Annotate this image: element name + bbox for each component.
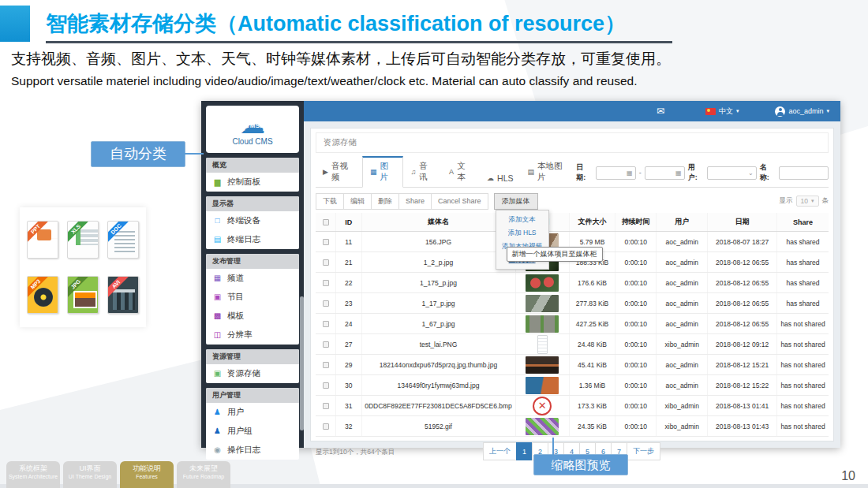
tab-image[interactable]: ▦图片 [362,156,403,188]
toolbar-button[interactable]: Share [398,193,432,210]
filter-bar: 日期: ▦ - ▦ 用户: ⌄ 名称: [576,162,829,187]
sidebar-item-user-group[interactable]: ♟用户组 [206,422,299,441]
cell-duration: 0:00:10 [615,334,657,354]
row-checkbox[interactable] [323,300,329,307]
column-header: 媒体名 [362,213,516,231]
language-selector[interactable]: 中文 ▾ [705,106,739,117]
row-checkbox[interactable] [323,341,329,348]
column-header: ID [336,213,362,231]
envelope-icon[interactable]: ✉ [657,106,664,117]
username-label: aoc_admin [788,107,823,115]
per-page-select[interactable]: 10▾ [796,196,819,207]
row-checkbox-cell [316,416,336,436]
media-tabs: ▶音视频▦图片♫音讯A文本☁HLS▤本地图片 日期: ▦ - ▦ 用户: ⌄ 名… [316,156,829,188]
date-filter-label: 日期: [576,162,593,183]
bottom-tab-2[interactable]: UI界面UI Theme Design [63,461,117,488]
eye-icon: ◉ [213,446,222,454]
sidebar-item-template[interactable]: ▩模板 [206,307,299,326]
user-filter-select[interactable]: ⌄ [707,166,757,180]
sidebar-item-dashboard-chart[interactable]: ▆控制面板 [206,173,299,192]
sidebar-item-eye[interactable]: ◉操作日志 [206,441,299,460]
sidebar-item-program[interactable]: ▣节目 [206,288,299,307]
cms-screenshot: ☁CMS Cloud CMS 概览▆控制面板显示器□终端设备▤终端日志发布管理▦… [201,101,840,448]
channel-icon: ▦ [213,274,222,282]
cell-id: 22 [336,273,362,292]
bottom-tab-en: Features [120,473,174,481]
table-row[interactable]: 241_67_p.jpg427.25 KiB0:00:10aoc_admin20… [316,314,829,334]
subtitle-zh: 支持视频、音频、图片、文本、天气、时钟等媒体素材，上传后可自动智能分类存放，可重… [11,49,671,69]
sidebar-scrollbar[interactable] [300,296,304,430]
cell-name: 0DDC8F892EE77FF23081DEC5A8FD5CE6.bmp [362,396,516,415]
menu-item[interactable]: 添加 HLS [496,226,548,240]
bottom-tab-en: System Architecture [6,473,60,481]
sidebar-item-user[interactable]: ♟用户 [206,403,299,422]
cell-id: 11 [336,232,362,251]
user-menu[interactable]: aoc_admin ▾ [775,106,829,117]
select-all-checkbox[interactable] [323,219,329,225]
date-to-input[interactable]: ▦ [645,166,685,180]
toolbar-button[interactable]: 下载 [316,193,344,210]
cell-date: 2018-08-12 15:21 [708,355,777,374]
cms-logo: ☁CMS Cloud CMS [206,106,299,153]
add-media-button[interactable]: 添加媒体 [494,193,538,210]
pagination-next[interactable]: 下一步 [627,442,660,460]
tab-music[interactable]: ♫音讯 [403,158,442,187]
row-checkbox[interactable] [323,239,329,245]
sidebar-item-log-table[interactable]: ▤终端日志 [206,230,299,249]
cell-user: aoc_admin [657,232,708,251]
row-checkbox[interactable] [323,321,329,327]
toolbar-button[interactable]: 编辑 [343,193,372,210]
row-checkbox[interactable] [323,280,329,286]
toolbar-button[interactable]: 删除 [371,193,399,210]
add-media-tooltip: 新增一个媒体项目至媒体柜 [507,247,603,262]
name-filter-input[interactable] [779,166,829,180]
bottom-tab-1[interactable]: 系统框架System Architecture [6,461,60,488]
table-row[interactable]: 310DDC8F892EE77FF23081DEC5A8FD5CE6.bmp✕1… [316,396,829,416]
row-checkbox[interactable] [323,362,329,368]
tab-cloud[interactable]: ☁HLS [480,170,520,187]
video-icon: ▶ [323,168,328,176]
pagination-prev[interactable]: 上一个 [483,442,517,460]
bottom-tab-4[interactable]: 未来展望Future Roadmap [177,461,230,488]
sidebar-item-channel[interactable]: ▦频道 [206,269,299,288]
file-icon-ppt: PPT [27,221,58,259]
bottom-tab-en: UI Theme Design [63,473,117,481]
row-checkbox[interactable] [323,259,329,266]
cell-id: 29 [336,355,362,374]
row-checkbox[interactable] [323,423,329,430]
column-header: 持续时间 [615,213,657,231]
sidebar-item-label: 操作日志 [227,445,260,456]
cell-size: 1.36 MiB [570,375,616,395]
file-icon-xls: XLS [67,221,99,259]
cell-id: 23 [336,293,362,313]
table-row[interactable]: 27test_lai.PNG24.48 KiB0:00:10xibo_admin… [316,334,829,355]
row-checkbox[interactable] [323,403,329,409]
tab-video[interactable]: ▶音视频 [316,158,362,187]
menu-item[interactable]: 添加文本 [496,213,548,226]
table-row[interactable]: 221_175_p.jpg176.6 KiB0:00:10aoc_admin20… [316,273,829,293]
tab-local-image[interactable]: ▤本地图片 [521,158,577,187]
cell-id: 32 [336,416,362,436]
bottom-tab-3[interactable]: 功能说明Features [120,461,174,488]
row-checkbox-cell [316,334,336,354]
sidebar-section: 用户管理♟用户♟用户组◉操作日志 [206,388,299,460]
pagination-page[interactable]: 1 [516,442,533,460]
sidebar-section-header: 显示器 [206,196,299,211]
table-row[interactable]: 30134649f0ry1fymwj63md.jpg1.36 MiB0:00:1… [316,375,829,396]
template-icon: ▩ [213,312,222,320]
sidebar-section-header: 用户管理 [206,388,299,403]
sidebar-item-resolution[interactable]: ◫分辨率 [206,326,299,345]
table-row[interactable]: 231_17_p.jpg277.83 KiB0:00:10aoc_admin20… [316,293,829,314]
sidebar-item-monitor[interactable]: □终端设备 [206,211,299,230]
tab-text[interactable]: A文本 [442,158,480,187]
date-from-input[interactable]: ▦ [596,166,636,180]
tabs-container: ▶音视频▦图片♫音讯A文本☁HLS▤本地图片 [316,156,576,187]
cloud-icon: ☁ [487,174,494,182]
cms-sidebar: ☁CMS Cloud CMS 概览▆控制面板显示器□终端设备▤终端日志发布管理▦… [201,101,304,448]
row-checkbox[interactable] [323,382,329,389]
sidebar-item-storage-image[interactable]: ▣资源存储 [206,364,299,383]
table-row[interactable]: 3251952.gif24.35 KiB0:00:10xibo_admin201… [316,416,829,437]
row-checkbox-cell [316,396,336,415]
toolbar-button[interactable]: Cancel Share [431,193,488,210]
table-row[interactable]: 29182144onxdxpu67d5przq.jpg.thumb.jpg45.… [316,355,829,375]
